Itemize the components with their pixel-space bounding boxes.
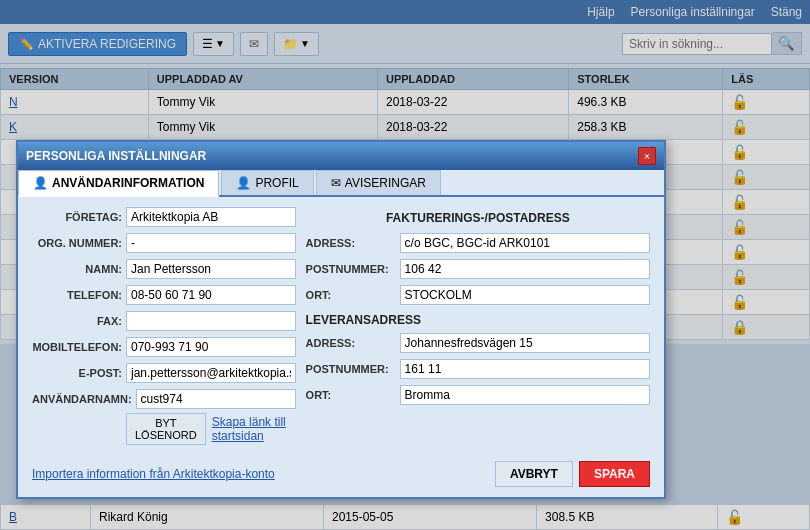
delivery-zip-label: POSTNUMMER: [306, 363, 396, 375]
billing-address-row: ADRESS: [306, 233, 650, 253]
email-input[interactable] [126, 363, 296, 383]
mobile-label: MOBILTELEFON: [32, 341, 122, 353]
phone-label: TELEFON: [32, 289, 122, 301]
user-icon: 👤 [33, 176, 48, 190]
billing-zip-row: POSTNUMMER: [306, 259, 650, 279]
name-input[interactable] [126, 259, 296, 279]
tab-user-info[interactable]: 👤 ANVÄNDARINFORMATION [18, 170, 219, 197]
username-label: ANVÄNDARNAMN: [32, 393, 132, 405]
left-column: FÖRETAG: ORG. NUMMER: NAMN: TELEFON: [32, 207, 296, 445]
billing-address-label: ADRESS: [306, 237, 396, 249]
email-row: E-POST: [32, 363, 296, 383]
delivery-city-row: ORT: [306, 385, 650, 405]
password-row: BYT LÖSENORD Skapa länk till startsidan [32, 413, 296, 445]
username-section: ANVÄNDARNAMN: BYT LÖSENORD Skapa länk ti… [32, 389, 296, 445]
modal-close-button[interactable]: × [638, 147, 656, 165]
right-column: FAKTURERINGS-/POSTADRESS ADRESS: POSTNUM… [306, 207, 650, 445]
org-label: ORG. NUMMER: [32, 237, 122, 249]
profile-icon: 👤 [236, 176, 251, 190]
phone-input[interactable] [126, 285, 296, 305]
username-row: ANVÄNDARNAMN: [32, 389, 296, 409]
billing-city-row: ORT: [306, 285, 650, 305]
delivery-section-title: LEVERANSADRESS [306, 313, 650, 327]
change-password-button[interactable]: BYT LÖSENORD [126, 413, 206, 445]
import-link[interactable]: Importera information från Arkitektkopia… [32, 467, 275, 481]
modal-title: PERSONLIGA INSTÄLLNINGAR [26, 149, 206, 163]
modal-columns: FÖRETAG: ORG. NUMMER: NAMN: TELEFON: [32, 207, 650, 445]
company-row: FÖRETAG: [32, 207, 296, 227]
modal-body: FÖRETAG: ORG. NUMMER: NAMN: TELEFON: [18, 197, 664, 455]
name-label: NAMN: [32, 263, 122, 275]
company-label: FÖRETAG: [32, 211, 122, 223]
org-row: ORG. NUMMER: [32, 233, 296, 253]
billing-city-input[interactable] [400, 285, 650, 305]
delivery-address-row: ADRESS: [306, 333, 650, 353]
delivery-zip-row: POSTNUMMER: [306, 359, 650, 379]
save-button[interactable]: SPARA [579, 461, 650, 487]
modal-titlebar: PERSONLIGA INSTÄLLNINGAR × [18, 142, 664, 170]
username-input[interactable] [136, 389, 296, 409]
billing-section-title: FAKTURERINGS-/POSTADRESS [306, 211, 650, 225]
email-label: E-POST: [32, 367, 122, 379]
fax-row: FAX: [32, 311, 296, 331]
modal-tabs: 👤 ANVÄNDARINFORMATION 👤 PROFIL ✉ AVISERI… [18, 170, 664, 197]
footer-buttons: AVBRYT SPARA [495, 461, 650, 487]
org-input[interactable] [126, 233, 296, 253]
billing-zip-label: POSTNUMMER: [306, 263, 396, 275]
tab-profile[interactable]: 👤 PROFIL [221, 170, 313, 195]
tab-alerts[interactable]: ✉ AVISERINGAR [316, 170, 441, 195]
alerts-icon: ✉ [331, 176, 341, 190]
company-input[interactable] [126, 207, 296, 227]
phone-row: TELEFON: [32, 285, 296, 305]
name-row: NAMN: [32, 259, 296, 279]
modal-footer: Importera information från Arkitektkopia… [18, 455, 664, 497]
delivery-city-label: ORT: [306, 389, 396, 401]
fax-input[interactable] [126, 311, 296, 331]
delivery-zip-input[interactable] [400, 359, 650, 379]
fax-label: FAX: [32, 315, 122, 327]
mobile-row: MOBILTELEFON: [32, 337, 296, 357]
billing-address-input[interactable] [400, 233, 650, 253]
mobile-input[interactable] [126, 337, 296, 357]
delivery-address-label: ADRESS: [306, 337, 396, 349]
cancel-button[interactable]: AVBRYT [495, 461, 573, 487]
modal-dialog: PERSONLIGA INSTÄLLNINGAR × 👤 ANVÄNDARINF… [16, 140, 666, 499]
modal-overlay: PERSONLIGA INSTÄLLNINGAR × 👤 ANVÄNDARINF… [0, 0, 810, 530]
delivery-address-input[interactable] [400, 333, 650, 353]
create-link-button[interactable]: Skapa länk till startsidan [212, 415, 296, 443]
billing-zip-input[interactable] [400, 259, 650, 279]
delivery-city-input[interactable] [400, 385, 650, 405]
billing-city-label: ORT: [306, 289, 396, 301]
